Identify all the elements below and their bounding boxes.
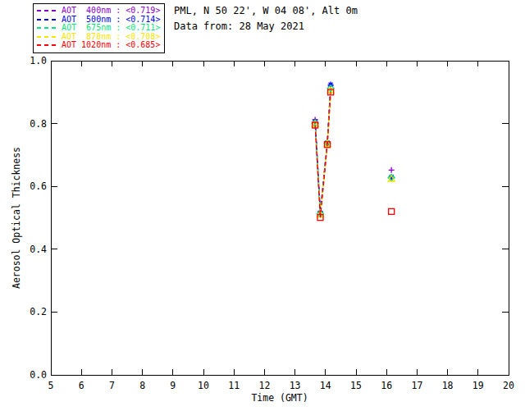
- y-axis-label: Aerosol Optical Thickness: [11, 147, 22, 289]
- x-tick-label: 19: [472, 380, 484, 391]
- legend-label: AOT 1020nm : <0.685>: [62, 41, 160, 49]
- x-tick-label: 18: [442, 380, 454, 391]
- legend-entry: AOT 1020nm : <0.685>: [37, 41, 160, 50]
- legend-line-sample: [37, 27, 57, 29]
- x-axis-label: Time (GMT): [251, 392, 308, 404]
- station-info: PML, N 50 22', W 04 08', Alt 0m: [174, 5, 358, 16]
- x-tick-label: 11: [228, 380, 240, 391]
- legend-box: AOT 400nm : <0.719>AOT 500nm : <0.714>AO…: [33, 3, 165, 53]
- x-tick-label: 5: [48, 380, 54, 391]
- y-tick-label: 0.4: [30, 244, 47, 255]
- y-tick-label: 0.6: [30, 180, 47, 192]
- station-header: PML, N 50 22', W 04 08', Alt 0m Data fro…: [174, 5, 358, 36]
- legend-line-sample: [37, 10, 57, 11]
- series-aot-870nm: [312, 87, 395, 217]
- series-aot-1020nm: [313, 89, 395, 221]
- y-tick-label: 0.8: [30, 118, 47, 130]
- y-tick-label: 1.0: [30, 55, 47, 66]
- x-tick-label: 10: [198, 380, 209, 391]
- legend-label: AOT 870nm : <0.708>: [62, 33, 160, 41]
- series-aot-400nm: [313, 83, 395, 214]
- axes: [51, 61, 509, 375]
- legend-label: AOT 675nm : <0.711>: [62, 24, 160, 32]
- x-tick-label: 7: [109, 380, 115, 391]
- legend-entry: AOT 675nm : <0.711>: [37, 24, 160, 33]
- x-tick-label: 17: [411, 380, 422, 391]
- x-tick-label: 12: [258, 380, 270, 391]
- aot-chart: 5678910111213141516171819200.00.20.40.60…: [0, 0, 525, 420]
- y-tick-label: 0.0: [30, 369, 47, 381]
- y-tick-label: 0.2: [30, 306, 47, 317]
- axis-labels: 5678910111213141516171819200.00.20.40.60…: [11, 55, 514, 404]
- x-tick-label: 15: [350, 380, 362, 391]
- legend-entry: AOT 400nm : <0.719>: [37, 7, 160, 16]
- data-date: Data from: 28 May 2021: [174, 21, 358, 32]
- x-tick-label: 8: [139, 380, 145, 391]
- aot-plot-page: 5678910111213141516171819200.00.20.40.60…: [0, 0, 525, 420]
- x-tick-label: 20: [503, 380, 514, 391]
- x-tick-label: 16: [381, 380, 392, 391]
- legend-label: AOT 500nm : <0.714>: [62, 16, 160, 24]
- legend-line-sample: [37, 19, 57, 21]
- x-tick-label: 6: [79, 380, 84, 391]
- series-aot-500nm: [313, 82, 395, 216]
- legend-line-sample: [37, 44, 57, 46]
- legend-label: AOT 400nm : <0.719>: [62, 7, 160, 15]
- x-tick-label: 13: [290, 380, 301, 391]
- x-tick-label: 14: [320, 380, 331, 391]
- legend-line-sample: [37, 36, 57, 38]
- series-aot-675nm: [312, 85, 395, 217]
- x-tick-label: 9: [170, 380, 176, 391]
